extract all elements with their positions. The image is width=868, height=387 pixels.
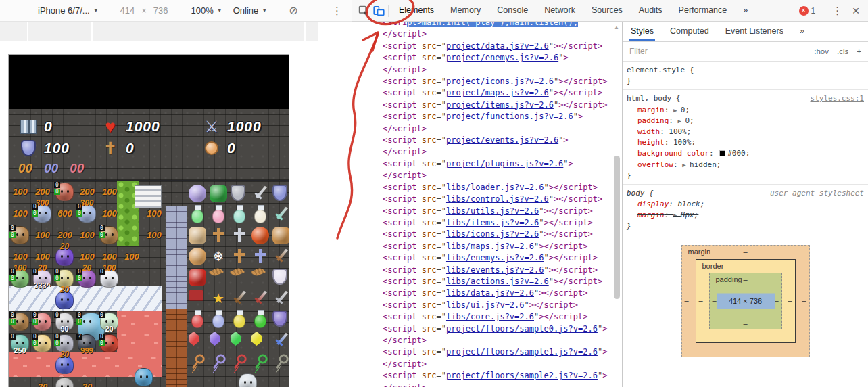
devtools-menu-icon[interactable]: ⋮ (825, 5, 849, 17)
scrollbar-up-icon[interactable]: ▲ (614, 24, 619, 30)
code-line[interactable]: <script src="project/functions.js?v=2.6"… (383, 111, 622, 122)
script-src-link[interactable]: project/floors/sample1.js?v=2.6 (446, 347, 598, 357)
border-bottom-value[interactable]: – (696, 333, 795, 341)
code-line[interactable]: <script src="project/enemys.js?v=2.6"> (383, 52, 622, 64)
script-src-link[interactable]: libs/loader.js?v=2.6 (446, 183, 544, 192)
box-model-diagram[interactable]: margin – – – – border – – – – padding (681, 245, 810, 357)
script-src-link[interactable]: libs/events.js?v=2.6 (446, 265, 544, 275)
network-throttle-select[interactable]: Online ▼ (233, 5, 268, 16)
tab-console[interactable]: Console (489, 0, 536, 21)
zoom-select[interactable]: 100% ▼ (191, 5, 222, 16)
script-src-link[interactable]: project/enemys.js?v=2.6 (446, 53, 558, 62)
code-line[interactable]: <script src="libs/events.js?v=2.6"></scr… (383, 265, 622, 276)
script-src-link[interactable]: project/plugins.js?v=2.6 (446, 159, 563, 168)
script-src-link[interactable]: project/maps.js?v=2.6 (446, 88, 549, 97)
inspect-element-icon[interactable] (356, 4, 371, 18)
code-line[interactable]: <script src="libs/loader.js?v=2.6"></scr… (383, 182, 622, 194)
code-line[interactable]: </script> (383, 146, 622, 158)
code-line[interactable]: </script> (383, 382, 622, 387)
script-src-link[interactable]: project/functions.js?v=2.6 (446, 112, 573, 121)
script-src-link[interactable]: project/data.js?v=2.6 (446, 41, 549, 51)
code-line[interactable]: <script src="libs/data.js?v=2.6"></scrip… (383, 288, 622, 299)
script-src-link[interactable]: project/icons.js?v=2.6 (446, 76, 554, 86)
toggle-device-toolbar-icon[interactable] (371, 4, 386, 18)
device-select[interactable]: iPhone 6/7/... ▼ (38, 5, 99, 16)
code-line[interactable]: <script src="libs/control.js?v=2.6"></sc… (383, 194, 622, 205)
css-property[interactable]: height: 100%; (627, 137, 864, 148)
code-line[interactable]: <script src="project/floors/sample0.js?v… (383, 323, 622, 335)
tab-network[interactable]: Network (536, 0, 583, 21)
error-badge-icon[interactable]: ✕ (799, 6, 809, 16)
code-line[interactable]: </script> (383, 28, 622, 40)
device-toolbar-menu-icon[interactable]: ⋮ (332, 5, 342, 17)
code-line[interactable]: </script> (383, 123, 622, 135)
script-src-link[interactable]: project/floors/sample2.js?v=2.6 (446, 371, 598, 380)
styles-filter-input[interactable]: Filter (629, 47, 648, 56)
margin-right-value[interactable]: – (802, 296, 806, 304)
styles-tab-[interactable]: » (792, 22, 813, 41)
script-src-link[interactable]: libs/maps.js?v=2.6 (446, 242, 534, 251)
css-property[interactable]: padding: ▶ 0; (627, 116, 864, 127)
code-line[interactable]: <script>main.init('play'),main.listen(); (383, 22, 622, 28)
margin-left-value[interactable]: – (685, 296, 689, 304)
script-src-link[interactable]: project/items.js?v=2.6 (446, 100, 554, 110)
padding-bottom-value[interactable]: – (710, 319, 781, 327)
padding-top-value[interactable]: – (710, 275, 781, 283)
code-line[interactable]: <script src="project/floors/sample2.js?v… (383, 370, 622, 382)
code-line[interactable]: <script src="project/icons.js?v=2.6"></s… (383, 76, 622, 87)
code-line[interactable]: </script> (383, 359, 622, 370)
script-src-link[interactable]: libs/ui.js?v=2.6 (446, 300, 525, 310)
box-model-margin[interactable]: margin – – – – border – – – – padding (681, 245, 810, 357)
script-src-link[interactable]: project/events.js?v=2.6 (446, 135, 558, 145)
viewport-height-field[interactable]: 736 (153, 5, 168, 16)
code-line[interactable]: </script> (383, 64, 622, 76)
code-line[interactable]: <script src="project/data.js?v=2.6"></sc… (383, 41, 622, 52)
tab-sources[interactable]: Sources (583, 0, 631, 21)
script-src-link[interactable]: libs/icons.js?v=2.6 (446, 229, 539, 239)
styles-toggle-button[interactable]: :hov (814, 47, 829, 55)
rule-source-link[interactable]: user agent stylesheet (765, 188, 864, 199)
box-model-content[interactable]: 414 × 736 (717, 293, 775, 309)
styles-tab-computed[interactable]: Computed (662, 22, 717, 41)
code-line[interactable]: <script src="libs/core.js?v=2.6"></scrip… (383, 311, 622, 323)
border-left-value[interactable]: – (699, 296, 703, 304)
css-property[interactable]: width: 100%; (627, 127, 864, 137)
style-rule[interactable]: html, body {styles.css:1margin: ▶ 0;padd… (623, 90, 868, 185)
css-property[interactable]: margin: ▶ 8px; (627, 210, 864, 221)
close-devtools-icon[interactable]: ✕ (849, 5, 868, 16)
disable-cache-icon[interactable]: ⊘ (289, 4, 297, 17)
script-src-link[interactable]: libs/core.js?v=2.6 (446, 312, 534, 321)
script-src-link[interactable]: libs/utils.js?v=2.6 (446, 206, 539, 216)
tab-[interactable]: » (735, 0, 756, 21)
tab-memory[interactable]: Memory (442, 0, 489, 21)
box-model-border[interactable]: border – – – – padding – – – – (696, 259, 796, 343)
style-rule[interactable]: element.style {} (623, 62, 868, 90)
rule-source-link[interactable]: styles.css:1 (805, 93, 864, 104)
scrollbar-thumb[interactable] (614, 156, 620, 299)
script-src-link[interactable]: libs/actions.js?v=2.6 (446, 277, 549, 286)
css-property[interactable]: overflow: ▶ hidden; (627, 160, 864, 170)
css-property[interactable]: display: block; (627, 199, 864, 210)
margin-bottom-value[interactable]: – (682, 347, 809, 355)
code-line[interactable]: <script src="project/floors/sample1.js?v… (383, 346, 622, 358)
border-right-value[interactable]: – (788, 296, 792, 304)
margin-top-value[interactable]: – (682, 248, 809, 256)
viewport-width-field[interactable]: 414 (120, 5, 135, 16)
code-line[interactable]: <script src="libs/items.js?v=2.6"></scri… (383, 217, 622, 229)
code-line[interactable]: <script src="project/maps.js?v=2.6"></sc… (383, 87, 622, 99)
code-line[interactable]: <script src="libs/ui.js?v=2.6"></script> (383, 300, 622, 311)
code-line[interactable]: <script src="libs/maps.js?v=2.6"></scrip… (383, 241, 622, 252)
padding-right-value[interactable]: – (774, 296, 778, 304)
game-canvas[interactable]: 0 ♥ 1000 ⚔ 1000 100 ✝ 0 0 000000 (8, 54, 289, 387)
script-src-link[interactable]: libs/enemys.js?v=2.6 (446, 253, 544, 263)
css-property[interactable]: background-color: #000; (627, 148, 864, 159)
code-line[interactable]: <script src="project/plugins.js?v=2.6"> (383, 158, 622, 170)
code-line[interactable]: <script src="libs/actions.js?v=2.6"></sc… (383, 276, 622, 288)
script-src-link[interactable]: libs/data.js?v=2.6 (446, 288, 534, 298)
code-line[interactable]: </script> (383, 170, 622, 181)
tab-audits[interactable]: Audits (631, 0, 671, 21)
styles-tab-eventlisteners[interactable]: Event Listeners (717, 22, 792, 41)
tab-performance[interactable]: Performance (671, 0, 736, 21)
code-line[interactable]: </script> (383, 335, 622, 346)
box-model-padding[interactable]: padding – – – – 414 × 736 (709, 273, 782, 329)
